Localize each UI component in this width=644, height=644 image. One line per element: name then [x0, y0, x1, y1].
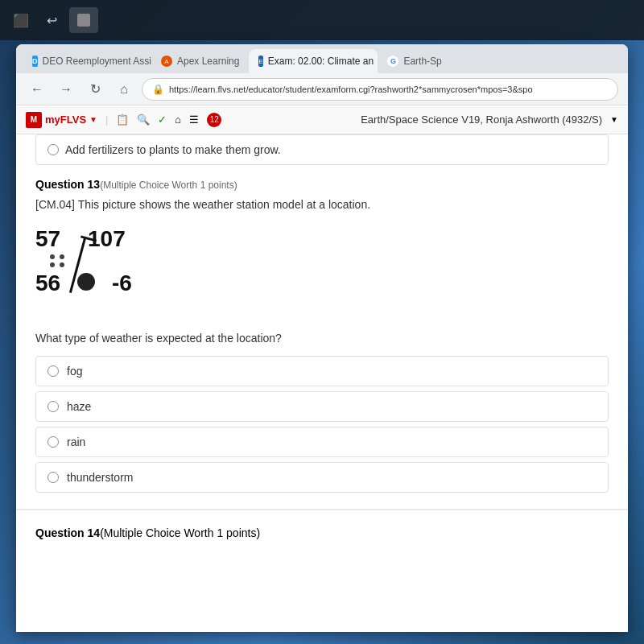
radio-thunderstorm[interactable]	[47, 472, 59, 483]
reload-button[interactable]: ↻	[84, 78, 106, 101]
prev-radio[interactable]	[47, 144, 59, 155]
question-14-number: Question 14	[35, 526, 100, 539]
ws-dewpoint: 56	[35, 270, 60, 296]
myflvs-button[interactable]: M myFLVS ▼	[26, 112, 97, 128]
taskbar-icon-back[interactable]: ↩	[39, 7, 64, 33]
question-13-header: Question 13(Multiple Choice Worth 1 poin…	[35, 178, 609, 191]
tab-favicon-deo: D	[32, 56, 38, 67]
question-13-type: (Multiple Choice Worth 1 points)	[100, 180, 237, 191]
prev-option-text: Add fertilizers to plants to make them g…	[65, 143, 281, 156]
question-14-type: (Multiple Choice Worth 1 points)	[100, 526, 260, 539]
ws-dot-3	[50, 262, 55, 267]
taskbar-icon-monitor[interactable]: ⬛	[8, 7, 34, 33]
answer-haze-label: haze	[67, 400, 91, 413]
toolbar-icon-search[interactable]: 🔍	[137, 114, 150, 126]
myflvs-dropdown-icon: ▼	[89, 115, 97, 124]
ws-dot-2	[60, 254, 64, 259]
tab-favicon-exam: E	[258, 56, 262, 67]
question-13-number: Question 13	[35, 178, 100, 191]
taskbar: ⬛ ↩	[0, 0, 644, 40]
tab-favicon-apex: A	[161, 56, 172, 67]
answer-rain-label: rain	[67, 436, 85, 448]
toolbar-separator-1: |	[105, 114, 108, 126]
url-text: https://learn.flvs.net/educator/student/…	[169, 85, 533, 94]
myflvs-icon: M	[26, 112, 42, 128]
home-button[interactable]: ⌂	[113, 78, 135, 101]
ws-dot-1	[50, 254, 55, 259]
course-title: Earth/Space Science V19, Ronja Ashworth …	[361, 114, 602, 126]
answer-fog[interactable]: fog	[35, 356, 609, 386]
radio-haze[interactable]	[47, 401, 59, 412]
toolbar-icon-home[interactable]: ⌂	[175, 114, 181, 126]
radio-rain[interactable]	[47, 436, 59, 448]
question-14-header: Question 14(Multiple Choice Worth 1 poin…	[35, 526, 609, 546]
prev-question-option: Add fertilizers to plants to make them g…	[35, 134, 609, 165]
url-bar[interactable]: 🔒 https://learn.flvs.net/educator/studen…	[142, 78, 618, 101]
tab-google[interactable]: G Earth-Sp	[378, 49, 451, 73]
toolbar-icon-menu[interactable]: ☰	[189, 114, 199, 126]
toolbar-icon-notebook[interactable]: 📋	[116, 114, 129, 126]
answer-rain[interactable]: rain	[35, 427, 609, 457]
tab-exam-label: Exam: 02.00: Climate an	[268, 56, 374, 67]
question-14-block: Question 14(Multiple Choice Worth 1 poin…	[35, 526, 609, 546]
tab-apex[interactable]: A Apex Learning	[151, 49, 249, 73]
tab-bar: D DEO Reemployment Assista A Apex Learni…	[16, 44, 628, 73]
weather-station-diagram: 57 107 56 -6	[35, 226, 196, 315]
page-content: Add fertilizers to plants to make them g…	[16, 134, 628, 632]
browser-window: D DEO Reemployment Assista A Apex Learni…	[16, 44, 628, 632]
question-13-prompt: [CM.04] This picture shows the weather s…	[35, 197, 609, 213]
forward-button[interactable]: →	[55, 78, 77, 101]
tab-exam[interactable]: E Exam: 02.00: Climate an ✕	[249, 49, 378, 73]
question-13-subquestion: What type of weather is expected at the …	[35, 331, 609, 347]
tab-deo[interactable]: D DEO Reemployment Assista	[23, 49, 151, 73]
answer-haze[interactable]: haze	[35, 391, 609, 422]
tab-favicon-google: G	[387, 56, 398, 67]
ws-station-circle	[77, 273, 95, 291]
ws-wind-speed: -6	[112, 270, 132, 296]
toolbar: M myFLVS ▼ | 📋 🔍 ✓ ⌂ ☰ 12 Earth/Space Sc…	[16, 105, 628, 134]
address-bar: ← → ↻ ⌂ 🔒 https://learn.flvs.net/educato…	[16, 73, 628, 105]
course-dropdown-icon[interactable]: ▼	[610, 115, 618, 124]
tab-google-label: Earth-Sp	[403, 56, 441, 67]
myflvs-label: myFLVS	[45, 114, 86, 126]
radio-fog[interactable]	[47, 365, 59, 377]
browser-icon	[77, 14, 90, 27]
ws-temperature: 57	[35, 226, 60, 252]
ws-precipitation-dots	[50, 254, 66, 267]
back-button[interactable]: ←	[26, 78, 48, 101]
question-13-block: Question 13(Multiple Choice Worth 1 poin…	[35, 178, 609, 493]
question-divider	[16, 509, 628, 510]
tab-deo-label: DEO Reemployment Assista	[43, 56, 152, 67]
tab-apex-label: Apex Learning	[177, 56, 239, 67]
answer-thunderstorm-label: thunderstorm	[67, 471, 133, 484]
answer-fog-label: fog	[67, 365, 82, 378]
taskbar-item-browser[interactable]	[69, 7, 98, 33]
toolbar-icon-check[interactable]: ✓	[158, 114, 167, 126]
lock-icon: 🔒	[152, 84, 164, 95]
answer-thunderstorm[interactable]: thunderstorm	[35, 462, 609, 493]
ws-dot-4	[60, 262, 64, 267]
notification-badge[interactable]: 12	[207, 113, 221, 127]
